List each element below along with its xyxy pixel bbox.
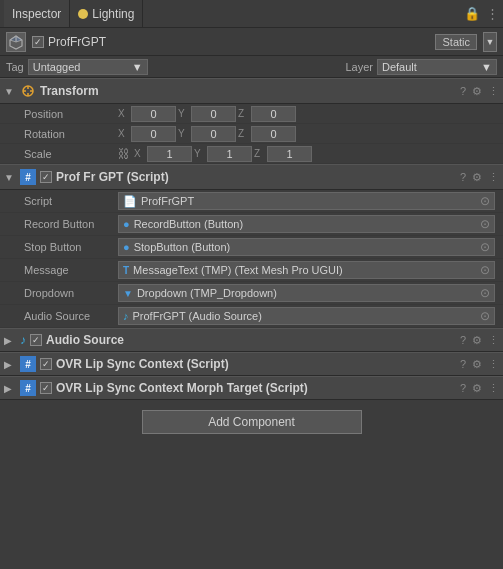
prof-script-menu-icon[interactable]: ⋮ <box>488 171 499 184</box>
script-hash-icon: # <box>20 169 36 185</box>
audio-icon: ♪ <box>123 310 129 322</box>
position-label: Position <box>24 108 114 120</box>
transform-section-header[interactable]: ▼ Transform ? ⚙ ⋮ <box>0 78 503 104</box>
lock-icon[interactable]: 🔒 <box>464 6 480 21</box>
stop-button-row: Stop Button ● StopButton (Button) ⊙ <box>0 236 503 259</box>
prof-script-section-header[interactable]: ▼ # ✓ Prof Fr GPT (Script) ? ⚙ ⋮ <box>0 164 503 190</box>
record-circle-btn[interactable]: ⊙ <box>480 217 490 231</box>
record-icon: ● <box>123 218 130 230</box>
add-component-area: Add Component <box>0 400 503 444</box>
ovr-lip-sync-section[interactable]: ▶ # ✓ OVR Lip Sync Context (Script) ? ⚙ … <box>0 352 503 376</box>
prof-script-help-icon[interactable]: ? <box>460 171 466 183</box>
position-x-input[interactable]: 0 <box>131 106 176 122</box>
tag-layer-row: Tag Untagged ▼ Layer Default ▼ <box>0 56 503 78</box>
audio-source-value[interactable]: ♪ ProfFrGPT (Audio Source) ⊙ <box>118 307 495 325</box>
audio-source-section[interactable]: ▶ ♪ ✓ Audio Source ? ⚙ ⋮ <box>0 328 503 352</box>
dropdown-value[interactable]: ▼ Dropdown (TMP_Dropdown) ⊙ <box>118 284 495 302</box>
scale-x-input[interactable]: 1 <box>147 146 192 162</box>
layer-dropdown[interactable]: Default ▼ <box>377 59 497 75</box>
dropdown-circle-btn[interactable]: ⊙ <box>480 286 490 300</box>
pos-x-label: X <box>118 108 128 119</box>
rot-y-label: Y <box>178 128 188 139</box>
inspector-tab-label: Inspector <box>12 7 61 21</box>
message-value[interactable]: T MessageText (TMP) (Text Mesh Pro UGUI)… <box>118 261 495 279</box>
object-name: ProfFrGPT <box>48 35 106 49</box>
lighting-dot <box>78 9 88 19</box>
ovr-lip-sync-checkbox[interactable]: ✓ <box>40 358 52 370</box>
ovr-lip-sync-help-icon[interactable]: ? <box>460 358 466 370</box>
dropdown-label: Dropdown <box>24 287 114 299</box>
record-button-row: Record Button ● RecordButton (Button) ⊙ <box>0 213 503 236</box>
enabled-checkbox[interactable]: ✓ <box>32 36 44 48</box>
ovr-morph-menu-icon[interactable]: ⋮ <box>488 382 499 395</box>
prof-script-settings-icon[interactable]: ⚙ <box>472 171 482 184</box>
rotation-label: Rotation <box>24 128 114 140</box>
inspector-tab[interactable]: Inspector <box>4 0 70 27</box>
audio-source-label: Audio Source <box>24 310 114 322</box>
layer-label: Layer <box>345 61 373 73</box>
prof-script-title: Prof Fr GPT (Script) <box>56 170 456 184</box>
tag-value: Untagged <box>33 61 81 73</box>
ovr-lip-sync-menu-icon[interactable]: ⋮ <box>488 358 499 371</box>
scale-y-input[interactable]: 1 <box>207 146 252 162</box>
message-icon: T <box>123 265 129 276</box>
ovr-morph-help-icon[interactable]: ? <box>460 382 466 394</box>
record-label: Record Button <box>24 218 114 230</box>
stop-value[interactable]: ● StopButton (Button) ⊙ <box>118 238 495 256</box>
audio-help-icon[interactable]: ? <box>460 334 466 346</box>
audio-source-checkbox[interactable]: ✓ <box>30 334 42 346</box>
object-enable-checkbox[interactable]: ✓ ProfFrGPT <box>32 35 429 49</box>
record-value[interactable]: ● RecordButton (Button) ⊙ <box>118 215 495 233</box>
menu-icon[interactable]: ⋮ <box>486 6 499 21</box>
ovr-lip-sync-settings-icon[interactable]: ⚙ <box>472 358 482 371</box>
audio-source-title: Audio Source <box>46 333 456 347</box>
svg-marker-2 <box>10 36 16 42</box>
ovr-morph-title: OVR Lip Sync Context Morph Target (Scrip… <box>56 381 456 395</box>
dropdown-icon: ▼ <box>123 288 133 299</box>
audio-circle-btn[interactable]: ⊙ <box>480 309 490 323</box>
transform-title: Transform <box>40 84 456 98</box>
stop-filename: StopButton (Button) <box>134 241 231 253</box>
script-filename: ProfFrGPT <box>141 195 194 207</box>
message-row: Message T MessageText (TMP) (Text Mesh P… <box>0 259 503 282</box>
layer-value: Default <box>382 61 417 73</box>
script-value[interactable]: 📄 ProfFrGPT ⊙ <box>118 192 495 210</box>
script-prop-row: Script 📄 ProfFrGPT ⊙ <box>0 190 503 213</box>
script-file-icon: 📄 <box>123 195 137 208</box>
position-z-input[interactable]: 0 <box>251 106 296 122</box>
prof-script-checkbox[interactable]: ✓ <box>40 171 52 183</box>
stop-circle-btn[interactable]: ⊙ <box>480 240 490 254</box>
transform-help-icon[interactable]: ? <box>460 85 466 97</box>
lighting-tab-label: Lighting <box>92 7 134 21</box>
add-component-button[interactable]: Add Component <box>142 410 362 434</box>
position-y-input[interactable]: 0 <box>191 106 236 122</box>
pos-y-label: Y <box>178 108 188 119</box>
message-circle-btn[interactable]: ⊙ <box>480 263 490 277</box>
rotation-x-input[interactable]: 0 <box>131 126 176 142</box>
audio-menu-icon[interactable]: ⋮ <box>488 334 499 347</box>
pos-z-label: Z <box>238 108 248 119</box>
audio-settings-icon[interactable]: ⚙ <box>472 334 482 347</box>
static-label: Static <box>435 34 477 50</box>
ovr-morph-settings-icon[interactable]: ⚙ <box>472 382 482 395</box>
message-label: Message <box>24 264 114 276</box>
transform-settings-icon[interactable]: ⚙ <box>472 85 482 98</box>
dropdown-filename: Dropdown (TMP_Dropdown) <box>137 287 277 299</box>
scale-z-input[interactable]: 1 <box>267 146 312 162</box>
lighting-tab[interactable]: Lighting <box>70 0 143 27</box>
script-circle-btn[interactable]: ⊙ <box>480 194 490 208</box>
record-filename: RecordButton (Button) <box>134 218 243 230</box>
transform-menu-icon[interactable]: ⋮ <box>488 85 499 98</box>
rotation-z-input[interactable]: 0 <box>251 126 296 142</box>
tag-dropdown[interactable]: Untagged ▼ <box>28 59 148 75</box>
prof-script-arrow: ▼ <box>4 172 16 183</box>
ovr-morph-section[interactable]: ▶ # ✓ OVR Lip Sync Context Morph Target … <box>0 376 503 400</box>
rotation-y-input[interactable]: 0 <box>191 126 236 142</box>
static-dropdown[interactable]: ▼ <box>483 32 497 52</box>
object-3d-icon <box>6 32 26 52</box>
object-header: ✓ ProfFrGPT Static ▼ <box>0 28 503 56</box>
scale-y-label: Y <box>194 148 204 159</box>
ovr-morph-checkbox[interactable]: ✓ <box>40 382 52 394</box>
top-bar: Inspector Lighting 🔒 ⋮ <box>0 0 503 28</box>
audio-source-arrow: ▶ <box>4 335 16 346</box>
